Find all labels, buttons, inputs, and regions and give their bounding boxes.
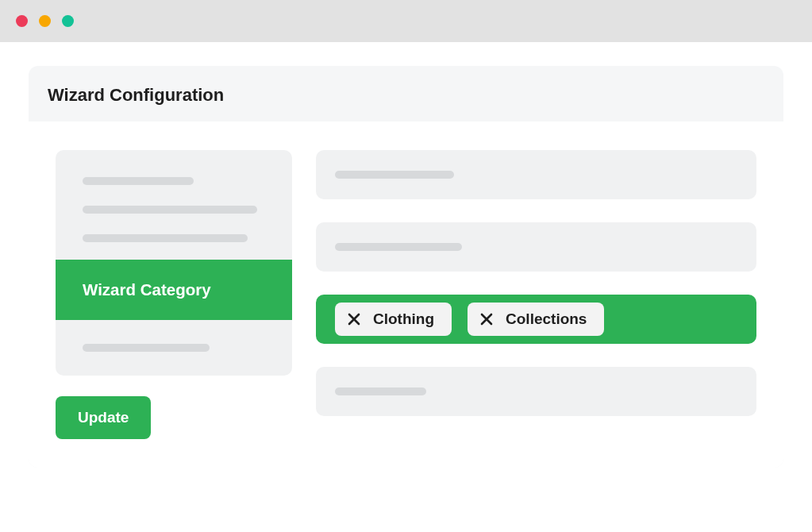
card-header: Wizard Configuration	[29, 66, 783, 121]
card-body: Wizard Category Update	[29, 121, 783, 468]
row-placeholder[interactable]	[316, 150, 756, 199]
sidebar-item-placeholder[interactable]	[83, 177, 194, 185]
sidebar-item-placeholder[interactable]	[83, 206, 257, 214]
sidebar: Wizard Category Update	[56, 150, 292, 439]
window-zoom-dot[interactable]	[62, 15, 74, 27]
sidebar-panel: Wizard Category	[56, 150, 292, 376]
sidebar-item-placeholder[interactable]	[83, 344, 210, 352]
chip-collections[interactable]: Collections	[468, 303, 604, 336]
row-placeholder[interactable]	[316, 367, 756, 416]
window-minimize-dot[interactable]	[39, 15, 51, 27]
chip-clothing[interactable]: Clothing	[335, 303, 452, 336]
sidebar-item-wizard-category[interactable]: Wizard Category	[56, 260, 292, 320]
sidebar-bottom-group	[56, 320, 292, 376]
window-titlebar	[0, 0, 812, 42]
close-icon[interactable]	[479, 311, 495, 327]
sidebar-active-label: Wizard Category	[83, 280, 211, 299]
main-column: Clothing Collections	[316, 150, 756, 416]
row-placeholder-line	[335, 387, 426, 395]
sidebar-item-placeholder[interactable]	[83, 234, 248, 242]
chip-label: Clothing	[373, 310, 434, 328]
page: Wizard Configuration Wizard Category	[0, 42, 812, 468]
row-placeholder[interactable]	[316, 222, 756, 272]
row-placeholder-line	[335, 243, 462, 251]
wizard-category-chips-row: Clothing Collections	[316, 295, 756, 344]
sidebar-top-group	[56, 150, 292, 260]
row-placeholder-line	[335, 171, 454, 179]
window-close-dot[interactable]	[16, 15, 28, 27]
close-icon[interactable]	[346, 311, 362, 327]
config-card: Wizard Configuration Wizard Category	[29, 66, 783, 468]
update-button[interactable]: Update	[56, 396, 151, 439]
page-title: Wizard Configuration	[48, 85, 764, 106]
chip-label: Collections	[506, 310, 587, 328]
